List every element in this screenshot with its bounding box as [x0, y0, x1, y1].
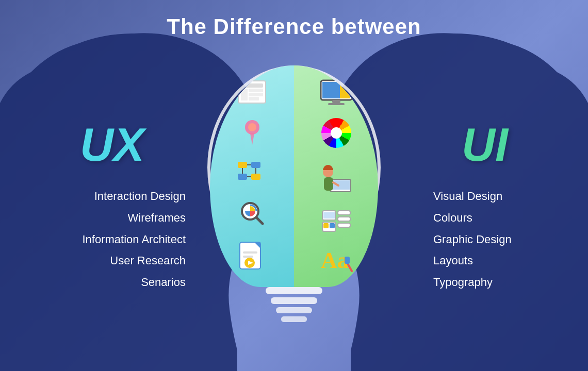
svg-rect-31 [328, 103, 345, 105]
ux-item-5: Senarios [31, 272, 186, 293]
ui-items-list: Visual Design Colours Graphic Design Lay… [433, 185, 557, 293]
ui-item-4: Layouts [433, 250, 557, 272]
ui-item-2: Colours [433, 207, 557, 229]
page-title: The Difference between [0, 0, 588, 39]
interaction-icon [239, 118, 266, 145]
color-wheel-icon [321, 118, 351, 148]
svg-rect-23 [243, 251, 257, 254]
ui-label: UI [462, 119, 508, 172]
svg-rect-38 [323, 212, 335, 218]
ui-item-5: Typography [433, 272, 557, 293]
typography-icon: Aa [320, 246, 353, 273]
svg-rect-47 [345, 257, 350, 264]
svg-point-8 [248, 123, 256, 131]
svg-rect-40 [338, 217, 350, 221]
svg-rect-15 [251, 174, 260, 180]
svg-rect-4 [271, 297, 317, 304]
svg-rect-5 [276, 307, 312, 313]
svg-rect-12 [251, 162, 260, 168]
svg-rect-10 [238, 162, 247, 168]
ux-item-4: User Research [31, 250, 186, 272]
svg-rect-24 [243, 256, 253, 258]
svg-line-20 [256, 217, 263, 224]
ui-item-3: Graphic Design [433, 229, 557, 250]
svg-rect-3 [266, 287, 322, 294]
document-icon [239, 241, 266, 272]
svg-rect-30 [332, 100, 340, 103]
components-icon [321, 209, 351, 234]
person-computer-icon [320, 160, 353, 197]
svg-rect-43 [323, 223, 329, 228]
ux-label: UX [80, 119, 144, 172]
svg-rect-13 [238, 174, 247, 180]
svg-rect-44 [330, 223, 335, 228]
search-magnify-icon [239, 200, 266, 227]
ux-item-2: Wireframes [31, 207, 186, 229]
flowchart-icon [237, 159, 268, 185]
lightbulb-diagram: Aa [199, 54, 389, 343]
svg-rect-28 [322, 82, 340, 98]
ux-items-list: Interaction Design Wireframes Informatio… [31, 185, 186, 293]
svg-rect-6 [281, 316, 307, 322]
svg-rect-39 [338, 211, 350, 215]
svg-rect-41 [338, 223, 350, 227]
ux-item-1: Interaction Design [31, 185, 186, 207]
svg-rect-35 [324, 177, 333, 191]
svg-marker-9 [250, 133, 254, 145]
ui-item-1: Visual Design [433, 185, 557, 207]
svg-text:Aa: Aa [321, 248, 349, 273]
ux-item-3: Information Architect [31, 229, 186, 250]
